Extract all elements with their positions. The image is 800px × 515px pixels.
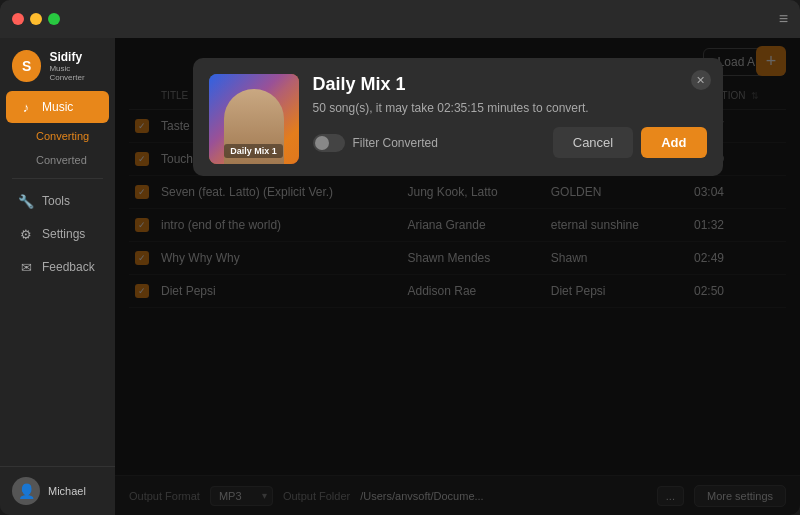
dialog-subtitle: 50 song(s), it may take 02:35:15 minutes… — [313, 101, 707, 115]
sidebar-item-converting[interactable]: Converting — [0, 124, 115, 148]
minimize-button[interactable] — [30, 13, 42, 25]
menu-icon[interactable]: ≡ — [779, 10, 788, 28]
sidebar-logo: S Sidify Music Converter — [0, 38, 115, 90]
username: Michael — [48, 485, 86, 497]
cancel-button[interactable]: Cancel — [553, 127, 633, 158]
maximize-button[interactable] — [48, 13, 60, 25]
tools-icon: 🔧 — [18, 193, 34, 209]
logo-icon: S — [12, 50, 41, 82]
content-area: Load APP + TITLE ⇅ ARTIST — [115, 38, 800, 515]
title-bar: ≡ — [0, 0, 800, 38]
sidebar-label-tools: Tools — [42, 194, 70, 208]
app-subtitle: Music Converter — [49, 64, 103, 82]
dialog: Daily Mix 1 Daily Mix 1 50 song(s), it m… — [193, 58, 723, 176]
sidebar-bottom: 👤 Michael — [0, 466, 115, 515]
sidebar-label-converting: Converting — [36, 130, 89, 142]
dialog-title: Daily Mix 1 — [313, 74, 707, 95]
feedback-icon: ✉ — [18, 259, 34, 275]
app-title: Sidify — [49, 50, 103, 64]
traffic-lights — [12, 13, 60, 25]
main-content: S Sidify Music Converter ♪ Music Convert… — [0, 38, 800, 515]
app-window: ≡ S Sidify Music Converter ♪ Music — [0, 0, 800, 515]
album-label: Daily Mix 1 — [224, 144, 283, 158]
dialog-info: Daily Mix 1 50 song(s), it may take 02:3… — [313, 74, 707, 158]
sidebar-nav: ♪ Music Converting Converted 🔧 Tools ⚙ S… — [0, 90, 115, 466]
music-icon: ♪ — [18, 99, 34, 115]
avatar: 👤 — [12, 477, 40, 505]
logo-text: Sidify Music Converter — [49, 50, 103, 82]
album-art: Daily Mix 1 — [209, 74, 299, 164]
dialog-overlay: Daily Mix 1 Daily Mix 1 50 song(s), it m… — [115, 38, 800, 515]
sidebar-item-settings[interactable]: ⚙ Settings — [6, 218, 109, 250]
dialog-close-button[interactable]: ✕ — [691, 70, 711, 90]
sidebar-item-feedback[interactable]: ✉ Feedback — [6, 251, 109, 283]
sidebar-item-tools[interactable]: 🔧 Tools — [6, 185, 109, 217]
sidebar-item-converted[interactable]: Converted — [0, 148, 115, 172]
sidebar-label-feedback: Feedback — [42, 260, 95, 274]
close-button[interactable] — [12, 13, 24, 25]
settings-icon: ⚙ — [18, 226, 34, 242]
sidebar-label-settings: Settings — [42, 227, 85, 241]
sidebar-divider — [12, 178, 103, 179]
filter-toggle[interactable] — [313, 134, 345, 152]
sidebar-item-music[interactable]: ♪ Music — [6, 91, 109, 123]
sidebar-label-music: Music — [42, 100, 73, 114]
sidebar: S Sidify Music Converter ♪ Music Convert… — [0, 38, 115, 515]
add-button-dialog[interactable]: Add — [641, 127, 706, 158]
sidebar-label-converted: Converted — [36, 154, 87, 166]
filter-row: Filter Converted Cancel Add — [313, 127, 707, 158]
filter-label: Filter Converted — [353, 136, 438, 150]
dialog-header: Daily Mix 1 Daily Mix 1 50 song(s), it m… — [193, 58, 723, 176]
